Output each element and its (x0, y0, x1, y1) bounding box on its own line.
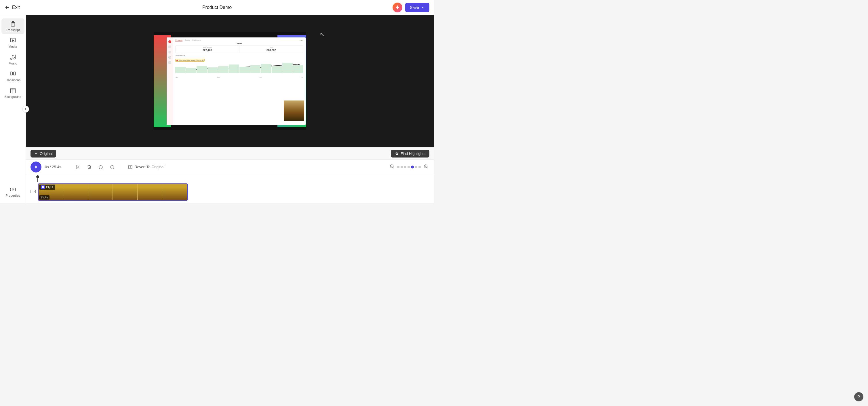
properties-icon (10, 186, 16, 193)
clip-frame-4 (113, 184, 137, 200)
time-display: 0s / 25.4s (45, 165, 61, 169)
svg-line-26 (78, 167, 80, 169)
svg-point-23 (76, 165, 77, 167)
clip-duration: 25.4s (39, 195, 50, 200)
revert-icon (128, 165, 133, 169)
transitions-label: Transitions (5, 78, 21, 82)
user-avatar-button[interactable] (393, 3, 402, 12)
lightning-icon (395, 5, 400, 10)
chart-tag: Sales trend higher around February 14 (175, 59, 205, 62)
svg-rect-7 (10, 72, 12, 75)
dash-nav-details: Details (185, 39, 190, 41)
transitions-icon (10, 71, 16, 77)
toolbar-divider (121, 164, 121, 171)
track-camera-icon (31, 189, 36, 195)
topbar-right: Save (393, 3, 429, 12)
play-button[interactable] (31, 162, 41, 172)
properties-label: Properties (5, 194, 20, 197)
dash-nav-overview: Overview (175, 39, 183, 41)
save-button[interactable]: Save (405, 3, 429, 12)
undo-button[interactable] (97, 163, 105, 171)
zoom-dot-1[interactable] (397, 166, 400, 168)
current-time: 0s (45, 165, 49, 169)
revert-label: Revert To Original (134, 165, 164, 169)
clip-container: Clip 1 25.4s (38, 183, 188, 201)
x-label-oct: Oct (301, 77, 303, 78)
find-highlights-button[interactable]: Find Highlights (391, 150, 429, 157)
exit-button[interactable]: Exit (5, 5, 20, 10)
original-button[interactable]: Original (31, 150, 56, 157)
clip-frame-2 (63, 184, 88, 200)
dash-nav-customers: Customers (192, 39, 200, 41)
timeline-ruler (31, 176, 429, 182)
content-area: Overview Details Customers (26, 15, 434, 203)
cut-button[interactable] (74, 163, 82, 171)
clip-duration-value: 25.4s (41, 196, 48, 199)
cursor-indicator: ↖ (320, 31, 324, 38)
zoom-in-button[interactable] (423, 163, 429, 171)
webcam-overlay (283, 100, 305, 121)
toolbar: 0s / 25.4s (26, 160, 434, 174)
clip-icon-badge (41, 185, 45, 189)
save-label: Save (410, 5, 419, 10)
zoom-dot-5[interactable] (411, 166, 414, 169)
zoom-controls (389, 163, 429, 171)
sidebar-toggle-button[interactable] (22, 106, 29, 113)
zoom-in-icon (424, 164, 428, 169)
timeline-area: Clip 1 25.4s (26, 174, 434, 203)
clip-label: Clip 1 (39, 184, 55, 190)
clip-frame-5 (137, 184, 162, 200)
video-preview: Overview Details Customers (26, 15, 434, 147)
scissors-icon (75, 165, 80, 169)
svg-point-6 (13, 58, 15, 59)
revert-to-original-button[interactable]: Revert To Original (126, 163, 167, 171)
zoom-out-button[interactable] (389, 163, 396, 171)
svg-rect-35 (31, 190, 34, 193)
transcript-icon (10, 21, 16, 27)
redo-icon (110, 165, 115, 169)
timeline-header: Original Find Highlights (26, 147, 434, 160)
playhead[interactable] (37, 176, 38, 182)
zoom-dot-2[interactable] (401, 166, 403, 168)
chevron-right-icon (24, 108, 27, 111)
chart-label: Sales trends (175, 54, 303, 56)
delete-button[interactable] (85, 163, 93, 171)
zoom-dot-6[interactable] (415, 166, 417, 168)
svg-rect-0 (12, 22, 14, 23)
video-frame: Overview Details Customers (154, 32, 306, 130)
svg-line-32 (427, 167, 428, 168)
zoom-dot-3[interactable] (404, 166, 406, 168)
sidebar: Transcript Media Music (0, 15, 26, 203)
chevron-down-icon (421, 5, 425, 9)
media-label: Media (9, 45, 17, 48)
sidebar-item-media[interactable]: Media (1, 35, 25, 51)
transcript-label: Transcript (6, 28, 20, 32)
media-icon (10, 37, 16, 44)
total-time: 25.4s (52, 165, 61, 169)
svg-point-5 (10, 58, 12, 60)
zoom-dot-7[interactable] (418, 166, 421, 168)
sidebar-item-transitions[interactable]: Transitions (1, 68, 25, 84)
find-highlights-label: Find Highlights (401, 151, 425, 156)
chevron-down-icon-original (34, 151, 38, 155)
sidebar-item-background[interactable]: Background (1, 85, 25, 101)
sidebar-item-transcript[interactable]: Transcript (1, 19, 25, 34)
exit-label: Exit (12, 5, 20, 10)
sidebar-item-music[interactable]: Music (1, 52, 25, 67)
metric2-value: $68,202 (241, 49, 301, 52)
topbar: Exit Product Demo Save (0, 0, 434, 15)
trash-icon (87, 165, 92, 169)
redo-button[interactable] (108, 163, 116, 171)
play-icon (34, 165, 38, 169)
clip-badge-icon (42, 186, 44, 188)
main-layout: Transcript Media Music (0, 15, 434, 203)
playhead-handle[interactable] (36, 175, 39, 178)
sidebar-item-properties[interactable]: Properties (1, 184, 25, 200)
back-arrow-icon (5, 5, 10, 10)
music-icon (10, 54, 16, 60)
svg-marker-22 (35, 166, 38, 168)
x-label-jan: Jan (175, 77, 178, 78)
zoom-dot-4[interactable] (407, 166, 410, 168)
background-icon (10, 88, 16, 94)
page-title: Product Demo (202, 5, 232, 10)
